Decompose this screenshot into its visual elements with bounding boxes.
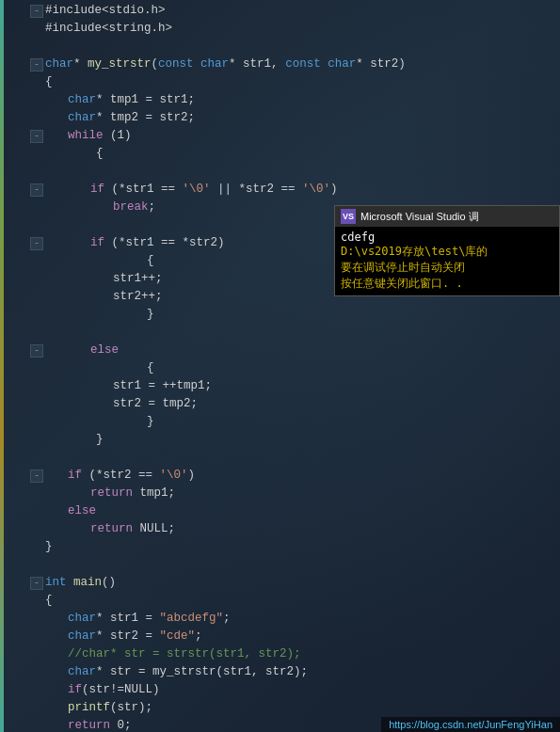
console-line-2: D:\vs2019存放\test\库的 [341, 244, 553, 260]
token-plain: { [45, 73, 53, 91]
token-str: '\0' [302, 181, 330, 199]
code-line: { [26, 359, 560, 377]
token-kw2: else [68, 502, 96, 520]
token-plain: } [68, 431, 104, 449]
fold-icon[interactable]: - [30, 130, 43, 143]
token-plain: (1) [104, 127, 132, 145]
fold-icon[interactable]: - [30, 58, 43, 72]
token-str: "cde" [160, 628, 196, 645]
token-plain: str1++; [113, 270, 163, 288]
console-line-1: cdefg [341, 231, 553, 244]
token-str: '\0' [183, 181, 211, 199]
token-plain [194, 56, 201, 73]
code-line: { [26, 73, 560, 91]
token-plain: 0; [110, 717, 132, 732]
token-kw2: while [68, 127, 104, 145]
token-kw: const [158, 56, 194, 73]
token-plain: #include<string.h> [45, 20, 172, 38]
token-plain: * tmp2 = str2; [96, 109, 195, 127]
token-plain: #include<stdio.h> [45, 2, 166, 20]
token-plain: * tmp1 = str1; [96, 91, 195, 109]
code-line: if(str!=NULL) [26, 681, 560, 699]
token-kw2: if [90, 234, 104, 252]
token-kw: char [200, 56, 229, 73]
url-bar: https://blog.csdn.net/JunFengYiHan [381, 717, 560, 732]
token-str: "abcdefg" [160, 610, 224, 628]
console-title: Microsoft Visual Studio 调 [360, 210, 479, 224]
code-line: -if (*str1 == '\0' || *str2 == '\0') [26, 181, 560, 199]
code-line: -else [26, 342, 560, 359]
code-line [26, 324, 560, 342]
token-plain: * str1 = [96, 610, 160, 628]
code-line [26, 163, 560, 181]
token-plain: ) [330, 181, 338, 199]
token-kw: char [68, 91, 96, 109]
code-line [26, 449, 560, 467]
token-kw: char [328, 56, 356, 73]
token-plain: str2++; [113, 288, 163, 306]
code-line: -while (1) [26, 127, 560, 145]
token-plain: ; [149, 199, 156, 216]
token-kw2: if [68, 467, 82, 485]
token-plain [67, 574, 74, 592]
code-line: //char* str = strstr(str1, str2); [26, 645, 560, 663]
token-plain: } [90, 413, 154, 431]
token-plain: (*str2 == [82, 467, 160, 485]
console-line-4: 按任意键关闭此窗口. . [341, 276, 553, 292]
token-plain: } [90, 306, 154, 324]
fold-icon[interactable]: - [30, 344, 43, 358]
code-line: char* tmp2 = str2; [26, 109, 560, 127]
vs-icon: VS [341, 209, 356, 224]
token-kw: char [68, 610, 96, 628]
token-plain: tmp1; [133, 485, 175, 502]
token-kw2: return [68, 717, 110, 732]
token-plain: * [73, 56, 88, 73]
code-area: -#include<stdio.h>#include<string.h>-cha… [0, 0, 560, 732]
code-content: -#include<stdio.h>#include<string.h>-cha… [26, 0, 560, 732]
token-kw2: if [68, 681, 82, 699]
token-plain: (str!=NULL) [82, 681, 160, 699]
token-fn: main [73, 574, 102, 592]
code-line: return tmp1; [26, 485, 560, 502]
fold-icon[interactable]: - [30, 577, 43, 590]
fold-icon[interactable]: - [30, 469, 43, 483]
code-line: -#include<stdio.h> [26, 2, 560, 20]
fold-icon[interactable]: - [30, 5, 43, 18]
code-line: return NULL; [26, 520, 560, 538]
token-fn: printf [68, 699, 110, 717]
token-plain: * str2 = [96, 628, 160, 645]
token-plain: || *str2 == [211, 181, 303, 199]
token-plain: * str = my_strstr(str1, str2); [96, 663, 308, 681]
code-line: char* str1 = "abcdefg"; [26, 610, 560, 628]
token-kw: char [68, 109, 96, 127]
token-kw2: return [90, 520, 133, 538]
fold-icon[interactable]: - [30, 183, 43, 197]
token-plain: * str2) [356, 56, 406, 73]
token-plain: { [90, 359, 154, 377]
code-line: } [26, 306, 560, 324]
code-line: printf(str); [26, 699, 560, 717]
token-kw2: if [90, 181, 104, 199]
code-line: str1 = ++tmp1; [26, 377, 560, 395]
token-plain [321, 56, 328, 73]
token-str: '\0' [160, 467, 188, 485]
fold-icon[interactable]: - [30, 237, 43, 250]
token-kw: char [45, 56, 73, 73]
token-plain: NULL; [133, 520, 175, 538]
token-plain: ( [152, 56, 159, 73]
code-line: { [26, 145, 560, 163]
code-line: -if (*str2 == '\0') [26, 467, 560, 485]
token-kw: const [285, 56, 321, 73]
token-kw2: return [90, 485, 133, 502]
token-plain: { [45, 592, 53, 610]
code-line: str2 = tmp2; [26, 395, 560, 413]
code-line: char* tmp1 = str1; [26, 91, 560, 109]
token-cmt: //char* str = strstr(str1, str2); [68, 645, 301, 663]
code-line: -char* my_strstr(const char* str1, const… [26, 56, 560, 73]
token-plain: (*str1 == [104, 181, 183, 199]
token-plain: (str); [110, 699, 152, 717]
editor-container: -#include<stdio.h>#include<string.h>-cha… [0, 0, 560, 732]
code-line: } [26, 431, 560, 449]
code-line: char* str = my_strstr(str1, str2); [26, 663, 560, 681]
code-line: } [26, 413, 560, 431]
